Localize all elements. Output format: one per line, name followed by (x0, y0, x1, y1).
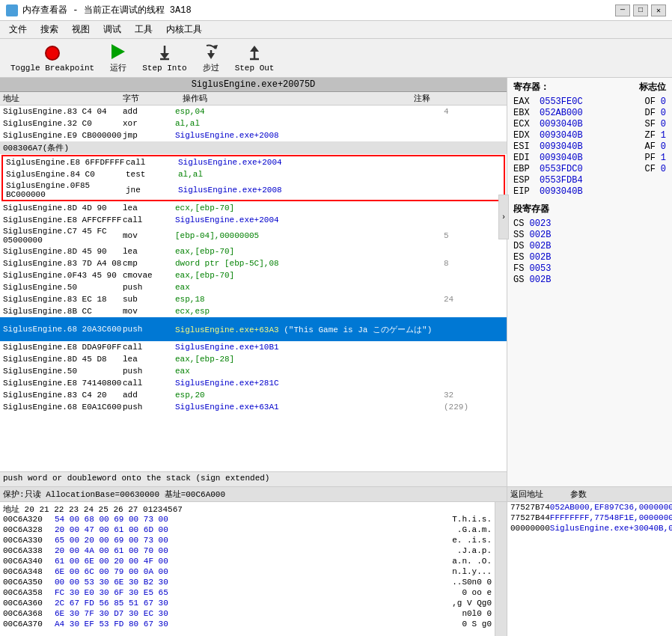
reg-row-eip: EIP 0093040B (513, 186, 666, 197)
close-button[interactable]: ✕ (651, 4, 666, 16)
disasm-row[interactable]: SiglusEngine.32 C0 xor al,al (0, 117, 507, 129)
window-title: 内存查看器 - 当前正在调试的线程 3A18 (22, 4, 192, 16)
svg-marker-7 (250, 46, 259, 52)
disasm-view[interactable]: SiglusEngine.83 C4 04 add esp,04 4 Siglu… (0, 106, 507, 471)
disasm-row[interactable]: SiglusEngine.8D 4D 90 lea ecx,[ebp-70] (0, 202, 507, 214)
seg-title: 段寄存器 (513, 203, 666, 215)
menu-tools[interactable]: 工具 (129, 22, 159, 37)
col-header-op: 操作码 (183, 93, 280, 104)
disasm-row[interactable]: SiglusEngine.0F85 BC000000 jne SiglusEng… (3, 180, 504, 200)
seg-row-ds: DS 002B (513, 241, 666, 251)
disasm-row[interactable]: SiglusEngine.83 C4 04 add esp,04 4 (0, 106, 507, 117)
expand-panel-button[interactable]: › (498, 195, 509, 239)
callstack-content[interactable]: 77527B74 052AB000,EF897C36,00000000,0000… (507, 502, 672, 636)
callstack-row[interactable]: 77527B44 FFFFFFFF,77548F1E,00000000,0000… (507, 513, 672, 523)
toggle-breakpoint-button[interactable]: Toggle Breakpoint (6, 43, 99, 74)
disasm-row[interactable]: SiglusEngine.84 C0 test al,al (3, 168, 504, 180)
run-label: 运行 (110, 62, 126, 73)
seg-row-fs: FS 0053 (513, 263, 666, 274)
callstack-headers: 返回地址 参数 (507, 487, 672, 502)
breakpoint-icon (43, 44, 61, 62)
title-bar: 内存查看器 - 当前正在调试的线程 3A18 ─ □ ✕ (0, 0, 672, 21)
svg-marker-5 (207, 53, 215, 59)
memory-scrollbar[interactable] (495, 502, 507, 636)
reg-row-ebp: EBP 0553FDC0 CF 0 (513, 164, 666, 174)
disasm-row[interactable]: SiglusEngine.8B CC mov ecx,esp (0, 305, 507, 317)
disasm-row[interactable]: SiglusEngine.83 7D A4 08 cmp dword ptr [… (0, 257, 507, 269)
toolbar: Toggle Breakpoint 运行 Step Into 步过 (0, 39, 672, 78)
menu-file[interactable]: 文件 (3, 22, 33, 37)
disasm-row[interactable]: SiglusEngine.E8 AFFCFFFF call SiglusEngi… (0, 214, 507, 226)
memory-protection: 保护:只读 AllocationBase=00630000 基址=00C6A00… (3, 490, 225, 499)
col-headers: 地址 字节 操作码 注释 (0, 92, 507, 106)
callstack-row[interactable]: 77527B74 052AB000,EF897C36,00000000,0000… (507, 502, 672, 513)
run-button[interactable]: 运行 (105, 41, 132, 75)
memory-row[interactable]: 00C6A340 61 00 6E 00 20 00 4F 00 a.n. .O… (3, 557, 492, 567)
title-bar-left: 内存查看器 - 当前正在调试的线程 3A18 (6, 4, 192, 16)
window-controls[interactable]: ─ □ ✕ (615, 4, 666, 16)
disasm-row[interactable]: SiglusEngine.C7 45 FC 05000000 mov [ebp-… (0, 226, 507, 245)
memory-row[interactable]: 00C6A358 FC 30 E0 30 6F 30 E5 65 0 oo e (3, 588, 492, 599)
memory-row[interactable]: 00C6A370 A4 30 EF 53 FD 80 67 30 0 S g0 (3, 620, 492, 630)
right-panel: 寄存器： 标志位 EAX 0553FE0C OF 0 EBX 052AB000 … (507, 78, 672, 636)
step-out-icon (245, 44, 263, 62)
seg-row-cs: CS 0023 (513, 218, 666, 229)
disasm-row[interactable]: SiglusEngine.8D 45 90 lea eax,[ebp-70] (0, 245, 507, 257)
menu-view[interactable]: 视图 (66, 22, 96, 37)
disasm-row[interactable]: SiglusEngine.E8 6FFDFFFF call SiglusEngi… (3, 156, 504, 168)
menu-debug[interactable]: 调试 (97, 22, 127, 37)
disasm-row[interactable]: SiglusEngine.E8 DDA9F0FF call SiglusEngi… (0, 341, 507, 353)
menu-kernel-tools[interactable]: 内核工具 (160, 22, 208, 37)
reg-title: 寄存器： (513, 81, 549, 94)
step-into-label: Step Into (142, 64, 186, 73)
disasm-row-selected[interactable]: SiglusEngine.68 20A3C600 push SiglusEngi… (0, 317, 507, 341)
memory-view[interactable]: 地址 20 21 22 23 24 25 26 27 01234567 00C6… (0, 502, 495, 636)
step-out-button[interactable]: Step Out (230, 43, 279, 74)
toggle-breakpoint-label: Toggle Breakpoint (10, 64, 94, 73)
seg-row-ss: SS 002B (513, 230, 666, 240)
step-into-icon (156, 44, 174, 62)
reg-row-edi: EDI 0093040B PF 1 (513, 153, 666, 163)
menu-search[interactable]: 搜索 (34, 22, 64, 37)
memory-row[interactable]: 00C6A348 6E 00 6C 00 79 00 0A 00 n.l.y..… (3, 567, 492, 578)
disasm-row[interactable]: SiglusEngine.E8 74140800 call SiglusEngi… (0, 377, 507, 389)
disasm-header: SiglusEngine.exe+20075D (0, 78, 507, 92)
disasm-row[interactable]: SiglusEngine.83 C4 20 add esp,20 32 (0, 389, 507, 401)
minimize-button[interactable]: ─ (615, 4, 630, 16)
step-over-button[interactable]: 步过 (198, 41, 224, 75)
memory-row[interactable]: 00C6A320 54 00 68 00 69 00 73 00 T.h.i.s… (3, 515, 492, 525)
flags-title: 标志位 (639, 81, 666, 94)
callstack-col-retaddr: 返回地址 (510, 489, 570, 500)
disasm-row[interactable]: SiglusEngine.8D 45 D8 lea eax,[ebp-28] (0, 353, 507, 365)
callstack-section: 返回地址 参数 77527B74 052AB000,EF897C36,00000… (507, 486, 672, 636)
disasm-row-condition[interactable]: 008306A7(条件) (0, 141, 507, 154)
memory-row[interactable]: 00C6A330 65 00 20 00 69 00 73 00 e. .i.s… (3, 536, 492, 546)
disasm-row[interactable]: SiglusEngine.E9 CB000000 jmp SiglusEngin… (0, 129, 507, 141)
disasm-row[interactable]: SiglusEngine.50 push eax (0, 281, 507, 293)
step-out-label: Step Out (235, 64, 275, 73)
memory-row[interactable]: 00C6A350 00 00 53 30 6E 30 B2 30 ..S0n0 … (3, 578, 492, 588)
step-into-button[interactable]: Step Into (138, 43, 191, 74)
callstack-col-params: 参数 (570, 489, 669, 500)
registers-section: 寄存器： 标志位 EAX 0553FE0C OF 0 EBX 052AB000 … (507, 78, 672, 486)
col-header-addr: 地址 (3, 93, 123, 104)
disasm-row[interactable]: SiglusEngine.68 E0A1C600 push SiglusEngi… (0, 401, 507, 413)
disasm-row[interactable]: SiglusEngine.0F43 45 90 cmovae eax,[ebp-… (0, 269, 507, 281)
memory-row[interactable]: 00C6A328 20 00 47 00 61 00 6D 00 .G.a.m. (3, 525, 492, 536)
callstack-row[interactable]: 00000000 SiglusEngine.exe+30040B,052AB00… (507, 523, 672, 533)
reg-row-esp: ESP 0553FDB4 (513, 175, 666, 186)
run-icon (109, 43, 127, 61)
seg-row-gs: GS 002B (513, 275, 666, 285)
memory-col-header: 地址 20 21 22 23 24 25 26 27 01234567 (3, 504, 492, 515)
memory-row[interactable]: 00C6A338 20 00 4A 00 61 00 70 00 .J.a.p. (3, 546, 492, 557)
reg-row-edx: EDX 0093040B ZF 1 (513, 130, 666, 141)
disasm-row[interactable]: SiglusEngine.50 push eax (0, 365, 507, 377)
seg-row-es: ES 002B (513, 252, 666, 263)
reg-row-ebx: EBX 052AB000 DF 0 (513, 108, 666, 118)
memory-row[interactable]: 00C6A360 2C 67 FD 56 85 51 67 30 ,g V Qg… (3, 599, 492, 609)
main-layout: SiglusEngine.exe+20075D 地址 字节 操作码 注释 Sig… (0, 78, 672, 636)
disasm-row[interactable]: SiglusEngine.83 EC 18 sub esp,18 24 (0, 293, 507, 305)
maximize-button[interactable]: □ (633, 4, 648, 16)
memory-row[interactable]: 00C6A368 6E 30 7F 30 D7 30 EC 30 n0l0 0 (3, 609, 492, 620)
app-icon (6, 4, 18, 16)
